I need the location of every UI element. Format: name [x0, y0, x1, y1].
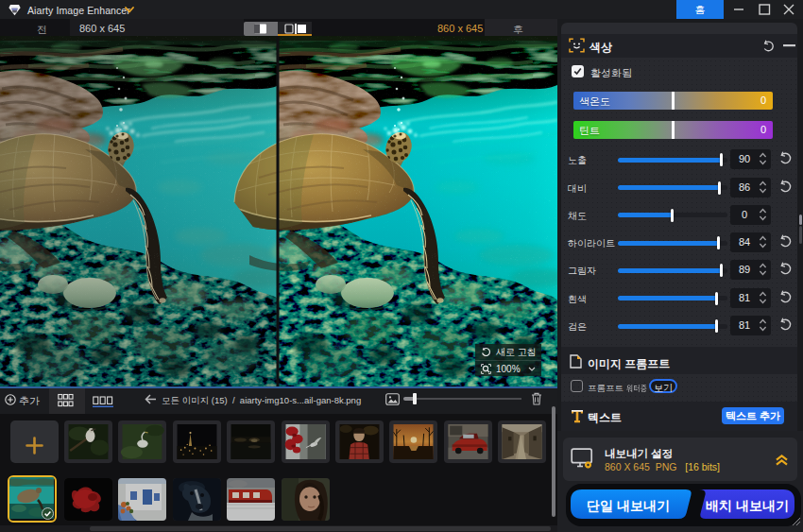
- svg-text:배치 내보내기: 배치 내보내기: [706, 498, 789, 513]
- svg-text:단일 내보내기: 단일 내보내기: [587, 498, 670, 513]
